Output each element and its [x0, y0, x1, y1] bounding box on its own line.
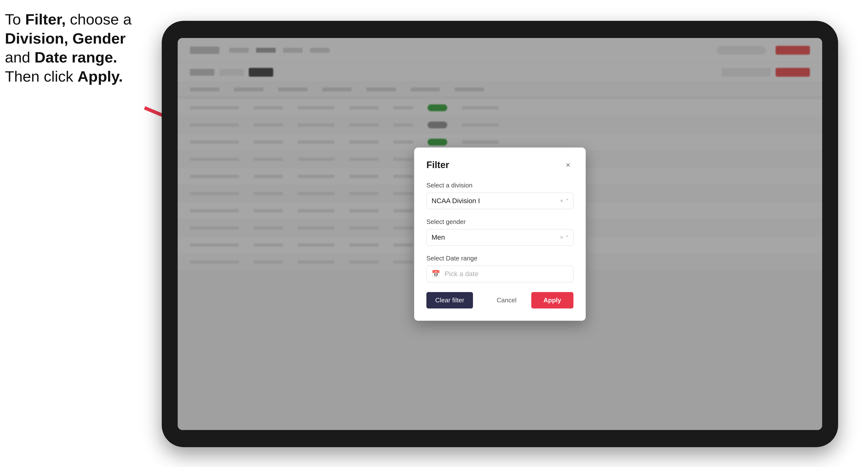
clear-filter-button[interactable]: Clear filter [426, 292, 473, 309]
division-form-group: Select a division NCAA Division I × ⌃ [426, 182, 574, 209]
gender-form-group: Select gender Men × ⌃ [426, 218, 574, 246]
division-clear-icon[interactable]: × [560, 198, 563, 204]
date-input[interactable]: 📅 Pick a date [426, 266, 574, 282]
instruction-line2: Division, Gender [5, 30, 126, 47]
modal-overlay: Filter × Select a division NCAA Division… [178, 38, 822, 430]
gender-value: Men [432, 234, 445, 241]
division-select[interactable]: NCAA Division I × ⌃ [426, 193, 574, 209]
tablet-frame: Filter × Select a division NCAA Division… [162, 21, 838, 447]
gender-label: Select gender [426, 218, 574, 226]
gender-select-wrapper: Men × ⌃ [426, 229, 574, 246]
close-button[interactable]: × [563, 160, 574, 170]
tablet-screen: Filter × Select a division NCAA Division… [178, 38, 822, 430]
gender-clear-icon[interactable]: × [560, 234, 563, 241]
division-value: NCAA Division I [432, 197, 480, 205]
gender-select[interactable]: Men × ⌃ [426, 229, 574, 246]
footer-right-buttons: Cancel Apply [488, 292, 574, 309]
instruction-line1: To Filter, choose a [5, 11, 132, 28]
instruction-text: To Filter, choose a Division, Gender and… [5, 10, 147, 86]
date-form-group: Select Date range 📅 Pick a date [426, 255, 574, 282]
gender-chevron-icon: ⌃ [565, 235, 569, 240]
modal-title: Filter [426, 160, 449, 170]
modal-header: Filter × [426, 160, 574, 170]
cancel-button[interactable]: Cancel [488, 292, 525, 309]
apply-button[interactable]: Apply [531, 292, 574, 309]
modal-footer: Clear filter Cancel Apply [426, 292, 574, 309]
division-chevron-icon: ⌃ [565, 198, 569, 204]
filter-modal: Filter × Select a division NCAA Division… [414, 148, 586, 321]
instruction-line4: Then click Apply. [5, 68, 123, 85]
division-select-wrapper: NCAA Division I × ⌃ [426, 193, 574, 209]
division-select-icons: × ⌃ [560, 198, 569, 204]
gender-select-icons: × ⌃ [560, 234, 569, 241]
calendar-icon: 📅 [432, 270, 440, 278]
date-label: Select Date range [426, 255, 574, 262]
division-label: Select a division [426, 182, 574, 189]
date-placeholder: Pick a date [444, 270, 478, 278]
instruction-line3: and Date range. [5, 49, 117, 66]
